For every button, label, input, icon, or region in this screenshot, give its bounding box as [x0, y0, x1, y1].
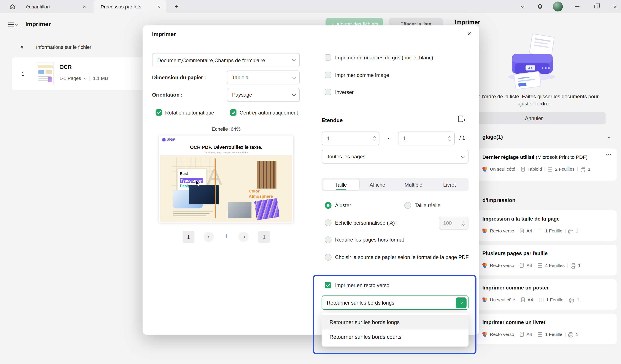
range-from-input[interactable]: 1	[322, 132, 380, 145]
range-to-input[interactable]: 1	[398, 132, 455, 145]
dialog-close-button[interactable]: ×	[465, 29, 474, 39]
shrink-oversized-radio[interactable]	[325, 237, 331, 243]
copies-icon	[568, 333, 573, 337]
custom-scale-input[interactable]: 100	[439, 217, 469, 230]
paper-source-radio[interactable]	[325, 254, 331, 260]
pager-current: 1	[220, 233, 232, 239]
auto-rotate-checkbox[interactable]	[156, 109, 162, 116]
close-icon[interactable]: ×	[155, 3, 162, 10]
reverse-checkbox[interactable]	[325, 89, 331, 95]
spec-sheets: 1 Feuille	[546, 297, 563, 302]
tab-label: Processus par lots	[101, 4, 155, 9]
preset-card-poster[interactable]: Imprimer comme un poster Un seul côté A4…	[475, 279, 617, 310]
option-long-edge[interactable]: Retourner sur les bords longs	[322, 315, 468, 330]
real-size-radio[interactable]	[404, 202, 411, 209]
orientation-label: Orientation :	[152, 92, 183, 98]
text-line	[173, 213, 209, 214]
preset-title: Imprimer comme un livret	[482, 319, 545, 325]
stepper[interactable]	[463, 221, 465, 225]
spec-sides: Recto verso	[490, 228, 514, 233]
duplex-dropdown-button[interactable]	[456, 297, 466, 308]
duplex-select[interactable]: Retourner sur les bords longs	[322, 295, 468, 310]
updf-logo-text: UPDF	[167, 138, 175, 141]
page-range-icon-button[interactable]	[456, 114, 466, 124]
custom-scale-radio[interactable]	[325, 220, 331, 226]
paper-icon	[520, 332, 524, 337]
tab-livret[interactable]: Livret	[431, 179, 468, 190]
sheets-icon	[538, 229, 542, 233]
file-size: 1.1 MB	[93, 76, 108, 81]
spec-paper: A4	[526, 263, 532, 268]
color-mode-icon	[482, 228, 487, 233]
updf-logo-mark	[162, 138, 166, 141]
next-page-button[interactable]	[239, 232, 249, 242]
stepper[interactable]	[374, 136, 375, 141]
pager-last[interactable]: 1	[258, 231, 270, 243]
purple-stack-image	[254, 198, 280, 220]
grayscale-checkbox[interactable]	[325, 54, 331, 60]
paper-size-select[interactable]: Tabloid	[227, 70, 300, 84]
home-button[interactable]	[6, 1, 18, 11]
close-icon[interactable]: ×	[81, 3, 88, 10]
auto-center-checkbox[interactable]	[230, 109, 236, 116]
spec-paper: A4	[527, 297, 533, 302]
orientation-select[interactable]: Paysage	[227, 88, 300, 102]
pages-select-value: Toutes les pages	[327, 154, 365, 160]
spec-sheets: 4 Feuilles	[545, 263, 565, 268]
pager-first[interactable]: 1	[183, 231, 194, 243]
new-tab-button[interactable]: +	[172, 2, 181, 11]
paper-icon	[520, 263, 524, 268]
preset-title: Impression à la taille de la page	[482, 216, 560, 222]
menu-button[interactable]	[8, 19, 23, 30]
print-as-image-checkbox[interactable]	[325, 72, 331, 78]
preview-title: OCR PDF. Déverrouillez le texte.	[159, 144, 293, 150]
color-atmosphere-text: Color Atmosphere	[249, 189, 273, 199]
range-section-title: Etendue	[322, 117, 343, 123]
preset-card-multiple-pages[interactable]: Plusieurs pages par feuille Recto verso …	[475, 245, 617, 275]
chevron-down-icon	[373, 138, 376, 141]
chevron-down-icon	[448, 138, 451, 141]
custom-scale-label: Echelle personnalisée (%) :	[335, 220, 398, 226]
duplex-select-value: Retourner sur les bords longs	[327, 300, 395, 306]
sheets-icon	[538, 332, 542, 336]
divider	[535, 332, 535, 336]
divider	[535, 229, 535, 233]
paper-size-label: Dimension du papier :	[152, 74, 206, 81]
preset-specs: Recto verso A4 1 Feuille 1	[482, 332, 578, 337]
divider	[517, 263, 517, 267]
copies-icon	[568, 230, 573, 233]
range-total: / 1	[459, 135, 465, 141]
preview-subtitle: Transformez vos scans en texte modifiabl…	[159, 151, 293, 154]
file-pages-dropdown[interactable]: 1-1 Pages	[59, 76, 81, 81]
preset-card-fit-page[interactable]: Impression à la taille de la page Recto …	[475, 210, 617, 241]
spec-sides: Recto verso	[490, 263, 514, 268]
spec-sheets: 1 Feuille	[545, 228, 562, 233]
content-select-value: Document,Commentaire,Champs de formulair…	[157, 57, 265, 63]
tab-processus-par-lots[interactable]: Processus par lots ×	[94, 0, 166, 13]
pages-select[interactable]: Toutes les pages	[322, 150, 468, 164]
tab-affiche[interactable]: Affiche	[360, 179, 396, 190]
scale-text: Echelle :64%	[159, 126, 293, 132]
preset-card-booklet[interactable]: Imprimer comme un livret Recto verso A4 …	[475, 314, 617, 344]
spec-copies: 1	[576, 332, 578, 337]
chevron-left-icon	[207, 235, 210, 238]
content-select[interactable]: Document,Commentaire,Champs de formulair…	[152, 53, 300, 67]
tab-echantillon[interactable]: échantillon ×	[20, 0, 92, 13]
tab-multiple[interactable]: Multiple	[396, 179, 431, 190]
spec-sides: Recto verso	[490, 332, 514, 337]
previous-page-button[interactable]	[204, 232, 214, 242]
column-header-info: Informations sur le fichier	[36, 44, 91, 50]
spec-copies: 1	[576, 228, 578, 233]
duplex-checkbox[interactable]	[325, 282, 331, 288]
dark-photo	[189, 185, 219, 204]
chevron-down-icon	[84, 76, 86, 79]
grayscale-label: Imprimer en nuances de gris (noir et bla…	[335, 55, 433, 61]
tab-taille[interactable]: Taille	[323, 179, 360, 190]
hamburger-icon	[8, 22, 14, 27]
paper-source-label: Choisir la source de papier selon le for…	[335, 254, 469, 260]
stepper[interactable]	[449, 136, 450, 141]
chevron-down-icon	[292, 92, 296, 96]
file-thumbnail	[36, 63, 54, 85]
fit-radio[interactable]	[325, 202, 331, 209]
option-short-edge[interactable]: Retourner sur les bords courts	[322, 329, 468, 344]
